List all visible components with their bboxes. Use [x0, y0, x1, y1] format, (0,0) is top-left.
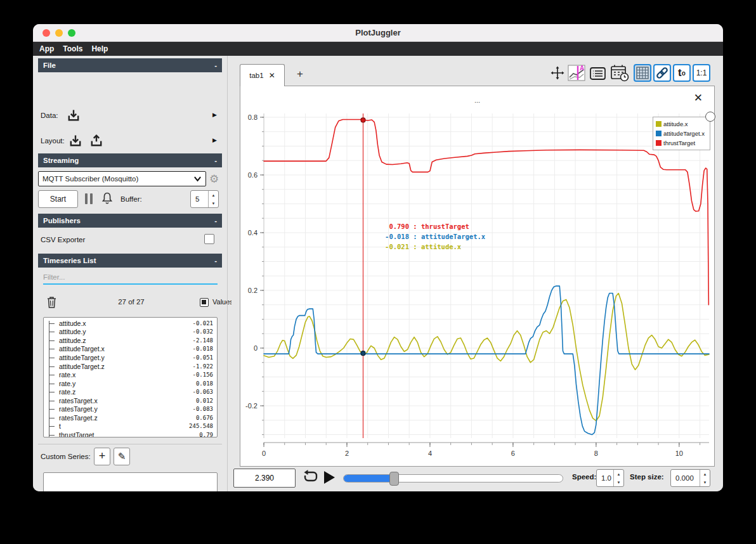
svg-text:0.2: 0.2	[248, 287, 257, 294]
custom-series-list[interactable]	[43, 472, 218, 491]
plot-widget[interactable]: ... ✕ 0246810-0.200.20.40.60.8 attitude.…	[240, 86, 715, 467]
edit-custom-series-button[interactable]: ✎	[114, 448, 130, 465]
menu-tools[interactable]: Tools	[63, 44, 82, 53]
tab-label: tab1	[249, 72, 263, 79]
buffer-value[interactable]: 5	[191, 191, 208, 207]
legend-drag-handle[interactable]	[705, 112, 715, 122]
grid-layout-button[interactable]	[634, 64, 651, 82]
data-expand-arrow[interactable]: ▶	[212, 112, 217, 118]
move-arrows-icon[interactable]	[549, 64, 566, 82]
splitter[interactable]	[227, 56, 228, 491]
timeseries-row[interactable]: rate.y0.018	[44, 379, 217, 388]
timeseries-section-title: Timeseries List	[43, 254, 96, 268]
timeseries-row[interactable]: ratesTarget.z0.676	[44, 413, 217, 422]
collapse-icon[interactable]: -	[214, 58, 217, 72]
step-size-value[interactable]: 0.000	[671, 470, 700, 486]
timeseries-row[interactable]: attitudeTarget.x-0.018	[44, 345, 217, 354]
tab-tab1[interactable]: tab1 ✕	[240, 64, 285, 86]
speed-down-arrow[interactable]: ▼	[614, 478, 623, 486]
desktop-background: PlotJuggler AppToolsHelp File - Data: ▶ …	[0, 0, 756, 544]
loop-icon[interactable]	[303, 469, 319, 489]
left-sidebar: File - Data: ▶ Layout: ▶ Streaming - MQT…	[33, 56, 227, 491]
menu-app[interactable]: App	[39, 44, 54, 53]
streaming-section-title: Streaming	[43, 153, 79, 167]
tracker-line: -0.021 : attitude.x	[384, 242, 485, 252]
svg-text:6: 6	[511, 450, 515, 457]
streaming-source-select[interactable]: MQTT Subscriber (Mosquitto)	[38, 171, 206, 186]
legend-entry[interactable]: thrustTarget	[656, 138, 707, 148]
buffer-spinbox[interactable]: 5 ▲▼	[190, 190, 219, 208]
values-checkbox[interactable]	[200, 298, 209, 307]
divider	[38, 444, 222, 444]
csv-exporter-checkbox[interactable]	[204, 234, 214, 244]
plotjuggler-window: PlotJuggler AppToolsHelp File - Data: ▶ …	[33, 24, 723, 491]
speed-label: Speed:	[572, 473, 596, 481]
timeseries-row[interactable]: thrustTarget0.79	[44, 431, 217, 437]
timeseries-list[interactable]: attitude.x-0.021attitude.y-0.032attitude…	[43, 317, 218, 437]
start-button[interactable]: Start	[38, 190, 78, 208]
timeseries-row[interactable]: ratesTarget.x0.012	[44, 396, 217, 405]
collapse-icon[interactable]: -	[214, 214, 217, 228]
step-up-arrow[interactable]: ▲	[700, 470, 710, 478]
notifications-bell-icon[interactable]	[100, 191, 114, 209]
step-size-spinbox[interactable]: 0.000 ▲▼	[670, 469, 710, 487]
publishers-section-header[interactable]: Publishers -	[38, 214, 222, 228]
tracker-line: 0.790 : thrustTarget	[384, 221, 485, 231]
link-axes-button[interactable]	[653, 64, 671, 82]
buffer-down-arrow[interactable]: ▼	[209, 199, 218, 207]
speed-value[interactable]: 1.0	[597, 470, 613, 486]
timeseries-row[interactable]: attitude.x-0.021	[44, 319, 217, 328]
svg-text:0: 0	[262, 450, 266, 457]
plot-text-tool-icon[interactable]: A	[566, 63, 587, 83]
menu-help[interactable]: Help	[91, 44, 108, 53]
tab-close-icon[interactable]: ✕	[269, 71, 275, 80]
svg-text:8: 8	[594, 450, 598, 457]
new-tab-button[interactable]: +	[293, 67, 307, 81]
chevron-down-icon	[193, 176, 202, 182]
play-button[interactable]	[324, 471, 335, 484]
pause-icon[interactable]	[85, 193, 93, 204]
timeseries-row[interactable]: rate.z-0.063	[44, 387, 217, 396]
menu-bar: AppToolsHelp	[33, 42, 723, 56]
trash-icon[interactable]	[46, 295, 58, 311]
speed-spinbox[interactable]: 1.0 ▲▼	[596, 469, 624, 487]
time-offset-button[interactable]: to	[673, 64, 691, 82]
ratio-1-1-button[interactable]: 1:1	[693, 64, 710, 82]
file-section-header[interactable]: File -	[38, 58, 222, 72]
legend-swatch	[656, 121, 662, 127]
data-label: Data:	[41, 112, 58, 119]
layout-expand-arrow[interactable]: ▶	[212, 137, 217, 143]
timeseries-section-header[interactable]: Timeseries List -	[38, 254, 222, 268]
slider-handle[interactable]	[389, 472, 399, 486]
buffer-up-arrow[interactable]: ▲	[209, 191, 218, 199]
plot-legend[interactable]: attitude.xattitudeTarget.xthrustTarget	[653, 117, 710, 150]
timeseries-row[interactable]: attitude.y-0.032	[44, 328, 217, 337]
data-load-icon[interactable]	[66, 108, 81, 126]
streaming-section-header[interactable]: Streaming -	[38, 153, 222, 167]
layout-save-icon[interactable]	[89, 133, 104, 151]
streaming-settings-gear-icon[interactable]: ⚙	[209, 172, 219, 186]
collapse-icon[interactable]: -	[214, 153, 217, 167]
time-field[interactable]	[233, 469, 296, 488]
filter-input[interactable]	[42, 271, 218, 283]
legend-entry[interactable]: attitudeTarget.x	[656, 129, 707, 138]
speed-up-arrow[interactable]: ▲	[614, 470, 623, 478]
file-section-title: File	[43, 58, 56, 72]
timeseries-row[interactable]: attitudeTarget.z-1.922	[44, 362, 217, 371]
add-custom-series-button[interactable]: +	[94, 448, 110, 465]
chart-canvas[interactable]: 0246810-0.200.20.40.60.8	[240, 86, 715, 467]
layout-load-icon[interactable]	[68, 133, 83, 151]
time-slider[interactable]	[343, 474, 563, 482]
datetime-icon[interactable]	[609, 63, 630, 82]
timeseries-row[interactable]: t245.548	[44, 422, 217, 431]
timeseries-row[interactable]: attitude.z-2.148	[44, 336, 217, 345]
step-size-label: Step size:	[630, 473, 664, 481]
tracker-line: -0.018 : attitudeTarget.x	[384, 231, 485, 242]
step-down-arrow[interactable]: ▼	[700, 478, 710, 486]
legend-entry[interactable]: attitude.x	[656, 119, 707, 129]
timeseries-row[interactable]: ratesTarget.y-0.083	[44, 405, 217, 413]
collapse-icon[interactable]: -	[214, 254, 217, 268]
timeseries-row[interactable]: attitudeTarget.y-0.051	[44, 353, 217, 362]
timeseries-row[interactable]: rate.x-0.156	[44, 370, 217, 379]
legend-list-icon[interactable]	[589, 65, 606, 82]
